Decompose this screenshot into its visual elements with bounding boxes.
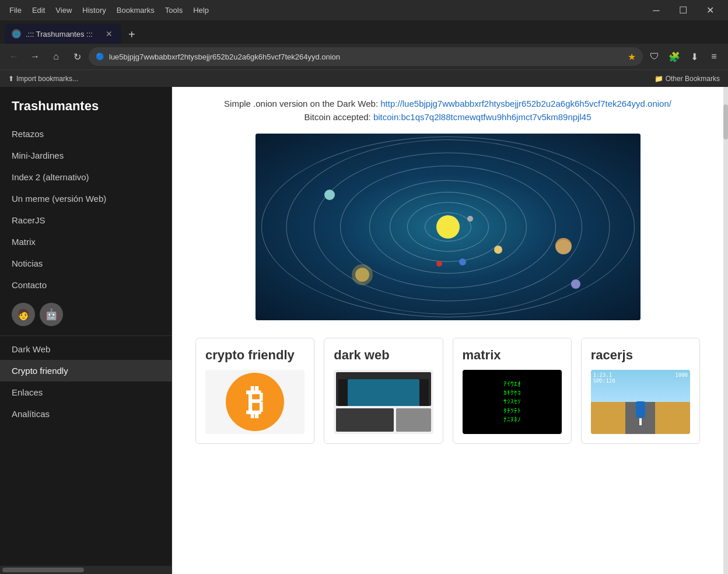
matrix-code: ｱｲｳｴｵ ｶｷｸｹｺ ｻｼｽｾｿ ﾀﾁﾂﾃﾄ ﾅﾆﾇﾈﾉ — [503, 380, 521, 425]
solar-background — [256, 134, 640, 320]
sidebar-item-dark-web[interactable]: Dark Web — [0, 338, 172, 360]
navigation-bar: ← → ⌂ ↻ 🔵 lue5bjpjg7wwbabbxrf2htysbejjr6… — [0, 44, 728, 69]
bitcoin-symbol: ₿ — [226, 373, 284, 431]
content-inner: Simple .onion version on the Dark Web: h… — [172, 87, 723, 467]
menu-edit[interactable]: Edit — [27, 4, 50, 17]
tab-title: .::: Trashumantes ::: — [26, 30, 99, 38]
import-bookmarks-button[interactable]: ⬆ Import bookmarks... — [5, 74, 82, 84]
card-crypto-friendly[interactable]: crypto friendly ₿ — [195, 338, 314, 444]
sidebar-item-noticias[interactable]: Noticias — [0, 253, 172, 274]
menu-view[interactable]: View — [51, 4, 76, 17]
menu-file[interactable]: File — [5, 4, 26, 17]
sidebar-title: Trashumantes — [0, 87, 172, 123]
planet-mars — [436, 261, 442, 267]
sidebar-item-matrix[interactable]: Matrix — [0, 231, 172, 253]
back-button[interactable]: ← — [5, 47, 23, 66]
sidebar-item-crypto-friendly[interactable]: Crypto friendly — [0, 360, 172, 382]
maximize-button[interactable]: ☐ — [670, 0, 696, 20]
menu-tools[interactable]: Tools — [160, 4, 187, 17]
sidebar-item-analiticas[interactable]: Analíticas — [0, 403, 172, 425]
bitcoin-address-link[interactable]: bitcoin:bc1qs7q2l88tcmewqtfwu9hh6jmct7v5… — [373, 112, 592, 122]
shield-icon[interactable]: 🛡 — [645, 47, 664, 66]
avatar-2: 🤖 — [40, 303, 63, 326]
forward-button[interactable]: → — [26, 47, 44, 66]
card-darkweb-image — [334, 370, 433, 434]
nav-toolbar: 🛡 🧩 ⬇ ≡ — [645, 47, 723, 66]
download-icon[interactable]: ⬇ — [685, 47, 704, 66]
bitcoin-paragraph: Bitcoin accepted: bitcoin:bc1qs7q2l88tcm… — [195, 112, 700, 122]
tab-favicon: 🌐 — [12, 29, 21, 38]
extension-icon[interactable]: 🧩 — [665, 47, 684, 66]
page-scrollbar-thumb — [723, 104, 728, 139]
darkweb-thumb-right — [396, 408, 431, 432]
card-racerjs-image: 1:23.1SPD:120 1000 — [591, 370, 690, 434]
home-button[interactable]: ⌂ — [47, 47, 65, 66]
cards-row: crypto friendly ₿ dark web — [195, 338, 700, 456]
card-darkweb-title: dark web — [334, 348, 433, 363]
new-tab-button[interactable]: + — [124, 26, 140, 44]
sidebar: Trashumantes Retazos Mini-Jardines Index… — [0, 87, 172, 574]
menu-bar: File Edit View History Bookmarks Tools H… — [5, 4, 214, 17]
url-display: lue5bjpjg7wwbabbxrf2htysbejjr652b2u2a6gk… — [109, 52, 623, 61]
import-label: Import bookmarks... — [16, 75, 78, 83]
refresh-button[interactable]: ↻ — [68, 47, 86, 66]
other-bookmarks-label: Other Bookmarks — [666, 75, 720, 83]
menu-history[interactable]: History — [78, 4, 110, 17]
planet-venus — [494, 246, 502, 254]
sidebar-item-retazos[interactable]: Retazos — [0, 123, 172, 145]
card-matrix-title: matrix — [463, 348, 562, 363]
sidebar-divider — [0, 335, 172, 336]
import-icon: ⬆ — [8, 75, 14, 83]
planet-neptune — [571, 279, 580, 289]
menu-icon[interactable]: ≡ — [705, 47, 723, 66]
sidebar-item-index2[interactable]: Index 2 (alternativo) — [0, 166, 172, 188]
sidebar-avatar-row: 🧑 🤖 — [0, 296, 172, 333]
matrix-animation: ｱｲｳｴｵ ｶｷｸｹｺ ｻｼｽｾｿ ﾀﾁﾂﾃﾄ ﾅﾆﾇﾈﾉ — [463, 370, 562, 434]
content-header: Simple .onion version on the Dark Web: h… — [195, 99, 700, 122]
tab-bar: 🌐 .::: Trashumantes ::: ✕ + — [0, 20, 728, 44]
sidebar-scrollbar[interactable] — [0, 566, 172, 574]
darkweb-screenshot-bottom — [336, 408, 430, 432]
intro-text: Simple .onion version on the Dark Web: — [224, 99, 378, 108]
titlebar: File Edit View History Bookmarks Tools H… — [0, 0, 728, 20]
sidebar-item-mini-jardines[interactable]: Mini-Jardines — [0, 145, 172, 166]
page-scrollbar[interactable] — [723, 87, 728, 574]
menu-help[interactable]: Help — [188, 4, 214, 17]
menu-bookmarks[interactable]: Bookmarks — [112, 4, 159, 17]
card-crypto-image: ₿ — [205, 370, 304, 434]
main-layout: Trashumantes Retazos Mini-Jardines Index… — [0, 87, 728, 574]
sidebar-item-meme[interactable]: Un meme (versión Web) — [0, 188, 172, 209]
bitcoin-image: ₿ — [205, 370, 304, 434]
close-button[interactable]: ✕ — [696, 0, 723, 20]
darkweb-thumb-left — [336, 408, 393, 432]
folder-icon: 📁 — [654, 75, 663, 83]
sidebar-item-enlaces[interactable]: Enlaces — [0, 382, 172, 403]
window-controls: ─ ☐ ✕ — [643, 0, 723, 20]
sidebar-scrollbar-thumb — [2, 568, 84, 572]
address-bar[interactable]: 🔵 lue5bjpjg7wwbabbxrf2htysbejjr652b2u2a6… — [89, 47, 643, 66]
intro-paragraph: Simple .onion version on the Dark Web: h… — [195, 99, 700, 108]
darkweb-screenshot-top — [336, 372, 430, 406]
card-racerjs-title: racerjs — [591, 348, 690, 363]
tab-close-button[interactable]: ✕ — [104, 29, 114, 39]
avatar: 🧑 — [12, 303, 35, 326]
planet-mercury — [467, 216, 473, 222]
url-scheme-icon: 🔵 — [96, 52, 104, 61]
card-racerjs[interactable]: racerjs — [581, 338, 700, 444]
minimize-button[interactable]: ─ — [643, 0, 670, 20]
card-crypto-title: crypto friendly — [205, 348, 304, 363]
content-area: Simple .onion version on the Dark Web: h… — [172, 87, 723, 574]
sidebar-item-contacto[interactable]: Contacto — [0, 274, 172, 296]
other-bookmarks-button[interactable]: 📁 Other Bookmarks — [651, 74, 723, 84]
card-dark-web[interactable]: dark web — [324, 338, 443, 444]
bookmark-star-icon[interactable]: ★ — [628, 51, 636, 62]
sidebar-item-racerjs[interactable]: RacerJS — [0, 209, 172, 231]
active-tab[interactable]: 🌐 .::: Trashumantes ::: ✕ — [5, 24, 121, 44]
onion-url-link[interactable]: http://lue5bjpjg7wwbabbxrf2htysbejjr652b… — [380, 99, 671, 108]
bookmarks-bar: ⬆ Import bookmarks... 📁 Other Bookmarks — [0, 69, 728, 87]
card-matrix[interactable]: matrix ｱｲｳｴｵ ｶｷｸｹｺ ｻｼｽｾｿ ﾀﾁﾂﾃﾄ ﾅﾆﾇﾈﾉ — [453, 338, 572, 444]
racerjs-screenshot: 1:23.1SPD:120 1000 — [591, 370, 690, 434]
solar-system-image — [256, 134, 640, 320]
bitcoin-label: Bitcoin accepted: — [304, 112, 371, 122]
card-matrix-image: ｱｲｳｴｵ ｶｷｸｹｺ ｻｼｽｾｿ ﾀﾁﾂﾃﾄ ﾅﾆﾇﾈﾉ — [463, 370, 562, 434]
